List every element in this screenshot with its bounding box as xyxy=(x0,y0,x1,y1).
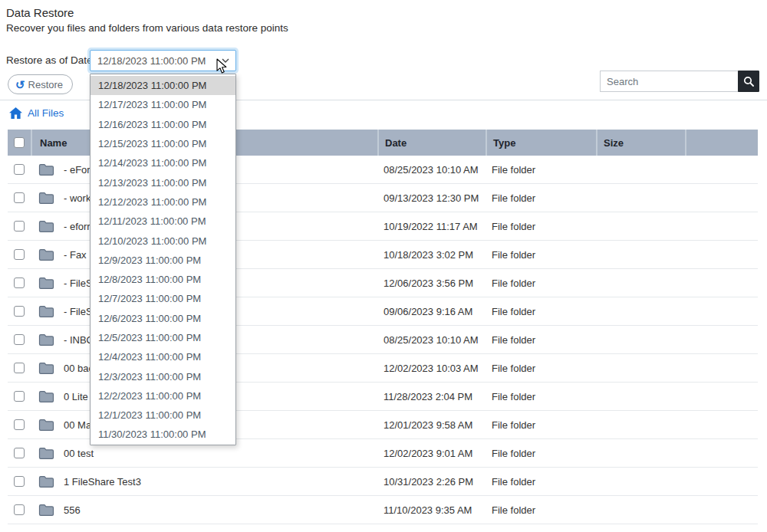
column-header-empty xyxy=(685,130,758,156)
row-checkbox[interactable] xyxy=(14,391,25,402)
search-input[interactable] xyxy=(600,71,738,92)
file-date: 11/28/2023 2:04 PM xyxy=(377,391,486,402)
folder-icon xyxy=(38,192,54,205)
page-subtitle: Recover you files and folders from vario… xyxy=(6,22,288,34)
folder-icon xyxy=(38,248,54,261)
file-type: File folder xyxy=(486,419,596,431)
file-type: File folder xyxy=(486,277,596,289)
dropdown-option[interactable]: 12/13/2023 11:00:00 PM xyxy=(91,172,235,192)
restore-date-select[interactable]: 12/18/2023 11:00:00 PM xyxy=(90,50,236,71)
magnifier-icon xyxy=(743,76,754,87)
table-row[interactable]: 556 11/10/2023 9:35 AM File folder xyxy=(8,496,758,524)
file-name[interactable]: - eFor xyxy=(64,164,91,176)
file-name[interactable]: - FileS xyxy=(64,306,93,317)
row-checkbox[interactable] xyxy=(14,334,25,345)
dropdown-option[interactable]: 12/16/2023 11:00:00 PM xyxy=(91,115,235,134)
dropdown-option[interactable]: 11/30/2023 11:00:00 PM xyxy=(91,425,235,444)
row-checkbox[interactable] xyxy=(14,476,25,487)
column-header-date[interactable]: Date xyxy=(377,130,486,156)
file-name[interactable]: 1 FileShare Test3 xyxy=(64,476,141,488)
column-header-type[interactable]: Type xyxy=(486,130,596,156)
row-checkbox[interactable] xyxy=(14,504,25,515)
file-date: 08/25/2023 10:10 AM xyxy=(377,334,486,346)
file-date: 08/25/2023 10:10 AM xyxy=(377,164,486,176)
file-date: 12/02/2023 10:03 AM xyxy=(377,363,486,374)
header-checkbox-cell xyxy=(8,130,31,156)
dropdown-option[interactable]: 12/12/2023 11:00:00 PM xyxy=(91,192,235,212)
row-checkbox[interactable] xyxy=(14,249,25,260)
row-checkbox-cell xyxy=(8,363,31,373)
restore-button-label: Restore xyxy=(28,79,64,90)
file-date: 10/19/2022 11:17 AM xyxy=(377,221,486,232)
file-type: File folder xyxy=(486,306,596,317)
dropdown-option[interactable]: 12/5/2023 11:00:00 PM xyxy=(91,328,235,347)
dropdown-option[interactable]: 12/10/2023 11:00:00 PM xyxy=(91,231,235,250)
file-date: 10/18/2023 3:02 PM xyxy=(377,249,486,261)
row-checkbox-cell xyxy=(8,221,31,232)
file-name[interactable]: - eforr xyxy=(64,221,91,232)
file-date: 10/31/2023 2:26 PM xyxy=(377,476,486,488)
dropdown-option[interactable]: 12/11/2023 11:00:00 PM xyxy=(91,212,235,231)
file-date: 11/10/2023 9:35 AM xyxy=(377,504,486,516)
file-date: 12/02/2023 9:01 AM xyxy=(377,448,486,459)
dropdown-option[interactable]: 12/2/2023 11:00:00 PM xyxy=(91,386,235,406)
select-all-checkbox[interactable] xyxy=(14,137,25,148)
search-button[interactable] xyxy=(738,71,759,92)
dropdown-option[interactable]: 12/8/2023 11:00:00 PM xyxy=(91,270,235,289)
file-type: File folder xyxy=(486,192,596,204)
dropdown-option[interactable]: 12/6/2023 11:00:00 PM xyxy=(91,309,235,328)
file-name[interactable]: - Fax xyxy=(64,249,87,261)
dropdown-option[interactable]: 12/15/2023 11:00:00 PM xyxy=(91,134,235,153)
file-type: File folder xyxy=(486,504,596,516)
dropdown-option[interactable]: 12/3/2023 11:00:00 PM xyxy=(91,366,235,386)
dropdown-option[interactable]: 12/17/2023 11:00:00 PM xyxy=(91,95,235,114)
folder-icon xyxy=(38,277,54,290)
file-date: 09/13/2023 12:30 PM xyxy=(377,192,486,204)
page-title: Data Restore xyxy=(6,6,74,19)
restore-as-of-date-label: Restore as of Date xyxy=(6,54,93,66)
file-name[interactable]: 00 Ma xyxy=(64,419,91,431)
table-row[interactable]: 1 FileShare Test3 10/31/2023 2:26 PM Fil… xyxy=(8,468,758,496)
dropdown-option[interactable]: 12/9/2023 11:00:00 PM xyxy=(91,251,235,270)
dropdown-option[interactable]: 12/4/2023 11:00:00 PM xyxy=(91,347,235,366)
restore-button[interactable]: ↺ Restore xyxy=(8,74,73,94)
file-type: File folder xyxy=(486,363,596,374)
row-checkbox[interactable] xyxy=(14,277,25,288)
folder-icon xyxy=(38,447,54,460)
row-checkbox[interactable] xyxy=(14,192,25,203)
row-checkbox[interactable] xyxy=(14,448,25,458)
row-name-cell: 556 xyxy=(31,504,377,517)
breadcrumb-all-files-link[interactable]: All Files xyxy=(28,107,64,119)
file-name[interactable]: - work xyxy=(64,192,91,204)
file-name[interactable]: 556 xyxy=(64,504,81,516)
file-type: File folder xyxy=(486,334,596,346)
folder-icon xyxy=(38,362,54,375)
dropdown-option[interactable]: 12/7/2023 11:00:00 PM xyxy=(91,289,235,308)
row-checkbox[interactable] xyxy=(14,306,25,317)
restore-history-icon: ↺ xyxy=(15,79,25,90)
dropdown-option[interactable]: 12/18/2023 11:00:00 PM xyxy=(91,76,235,95)
file-type: File folder xyxy=(486,448,596,459)
row-checkbox-cell xyxy=(8,306,31,317)
row-checkbox[interactable] xyxy=(14,419,25,430)
folder-icon xyxy=(38,220,54,233)
row-checkbox[interactable] xyxy=(14,164,25,175)
row-checkbox-cell xyxy=(8,504,31,515)
column-header-size[interactable]: Size xyxy=(596,130,685,156)
file-name[interactable]: - FileS xyxy=(64,277,93,289)
file-type: File folder xyxy=(486,391,596,402)
file-type: File folder xyxy=(486,221,596,232)
row-checkbox[interactable] xyxy=(14,363,25,373)
row-checkbox[interactable] xyxy=(14,221,25,232)
row-checkbox-cell xyxy=(8,448,31,458)
chevron-down-icon xyxy=(222,58,229,63)
row-checkbox-cell xyxy=(8,391,31,402)
dropdown-option[interactable]: 12/14/2023 11:00:00 PM xyxy=(91,153,235,172)
restore-date-dropdown: 12/18/2023 11:00:00 PM 12/17/2023 11:00:… xyxy=(90,74,236,445)
dropdown-option[interactable]: 12/1/2023 11:00:00 PM xyxy=(91,406,235,425)
folder-icon xyxy=(38,504,54,517)
file-date: 12/01/2023 9:58 AM xyxy=(377,419,486,431)
breadcrumb: All Files xyxy=(9,107,64,119)
file-name[interactable]: 0 Lite xyxy=(64,391,88,402)
file-name[interactable]: 00 test xyxy=(64,448,94,459)
